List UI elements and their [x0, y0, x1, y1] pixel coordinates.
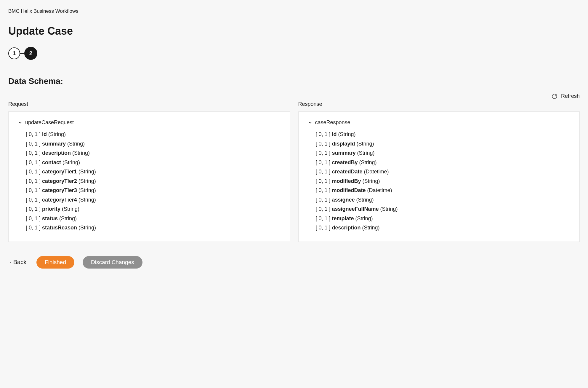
schema-field-row: [ 0, 1 ] assignee (String): [316, 195, 570, 205]
schema-field-row: [ 0, 1 ] categoryTier2 (String): [26, 177, 280, 186]
field-cardinality: [ 0, 1 ]: [26, 159, 42, 165]
field-cardinality: [ 0, 1 ]: [26, 141, 42, 147]
schema-field-row: [ 0, 1 ] categoryTier3 (String): [26, 186, 280, 195]
field-cardinality: [ 0, 1 ]: [316, 169, 332, 175]
field-type: (String): [356, 150, 375, 156]
request-root-toggle[interactable]: updateCaseRequest: [18, 119, 280, 126]
field-name: summary: [42, 141, 66, 147]
schema-field-row: [ 0, 1 ] priority (String): [26, 205, 280, 214]
field-name: assigneeFullName: [332, 206, 379, 212]
schema-field-row: [ 0, 1 ] status (String): [26, 214, 280, 223]
field-name: id: [332, 131, 337, 137]
request-root-name: updateCaseRequest: [25, 119, 74, 126]
schema-field-row: [ 0, 1 ] description (String): [316, 223, 570, 233]
field-name: description: [42, 150, 71, 156]
field-name: categoryTier2: [42, 178, 77, 184]
schema-field-row: [ 0, 1 ] contact (String): [26, 158, 280, 167]
request-fields-list: [ 0, 1 ] id (String)[ 0, 1 ] summary (St…: [18, 130, 280, 233]
field-cardinality: [ 0, 1 ]: [316, 187, 332, 193]
field-cardinality: [ 0, 1 ]: [316, 131, 332, 137]
schema-field-row: [ 0, 1 ] description (String): [26, 149, 280, 158]
field-name: status: [42, 215, 58, 221]
field-name: createdBy: [332, 159, 358, 165]
page-title: Update Case: [8, 25, 580, 37]
field-name: id: [42, 131, 47, 137]
field-name: createdDate: [332, 169, 363, 175]
field-name: contact: [42, 159, 61, 165]
field-name: statusReason: [42, 225, 77, 231]
field-type: (String): [355, 197, 374, 203]
schema-field-row: [ 0, 1 ] statusReason (String): [26, 223, 280, 233]
field-type: (String): [361, 225, 380, 231]
field-type: (String): [60, 206, 79, 212]
field-cardinality: [ 0, 1 ]: [316, 225, 332, 231]
field-name: modifiedBy: [332, 178, 361, 184]
field-cardinality: [ 0, 1 ]: [26, 215, 42, 221]
field-name: categoryTier1: [42, 169, 77, 175]
stepper-connector: [20, 53, 24, 54]
field-name: displayId: [332, 141, 355, 147]
schema-field-row: [ 0, 1 ] id (String): [26, 130, 280, 139]
schema-field-row: [ 0, 1 ] createdBy (String): [316, 158, 570, 167]
field-type: (String): [47, 131, 66, 137]
field-type: (String): [358, 159, 377, 165]
request-column: Request updateCaseRequest [ 0, 1 ] id (S…: [8, 101, 290, 242]
field-cardinality: [ 0, 1 ]: [316, 159, 332, 165]
discard-button[interactable]: Discard Changes: [83, 256, 142, 269]
field-type: (String): [58, 215, 77, 221]
field-type: (String): [66, 141, 85, 147]
field-type: (String): [77, 197, 96, 203]
field-cardinality: [ 0, 1 ]: [26, 206, 42, 212]
field-name: assignee: [332, 197, 355, 203]
field-cardinality: [ 0, 1 ]: [26, 131, 42, 137]
back-button[interactable]: ‹ Back: [8, 259, 28, 266]
field-type: (String): [71, 150, 90, 156]
schema-field-row: [ 0, 1 ] summary (String): [316, 149, 570, 158]
field-name: categoryTier3: [42, 187, 77, 193]
field-cardinality: [ 0, 1 ]: [316, 141, 332, 147]
schema-field-row: [ 0, 1 ] template (String): [316, 214, 570, 223]
refresh-button[interactable]: Refresh: [8, 93, 580, 99]
finished-button[interactable]: Finished: [36, 256, 74, 269]
field-type: (String): [337, 131, 356, 137]
field-type: (String): [77, 225, 96, 231]
field-cardinality: [ 0, 1 ]: [26, 197, 42, 203]
field-name: priority: [42, 206, 60, 212]
schema-field-row: [ 0, 1 ] assigneeFullName (String): [316, 205, 570, 214]
field-name: summary: [332, 150, 356, 156]
field-type: (String): [77, 178, 96, 184]
field-cardinality: [ 0, 1 ]: [316, 150, 332, 156]
response-column: Response caseResponse [ 0, 1 ] id (Strin…: [298, 101, 580, 242]
stepper-step-1[interactable]: 1: [8, 47, 20, 59]
stepper-step-2[interactable]: 2: [24, 47, 37, 60]
section-title: Data Schema:: [8, 76, 580, 86]
field-cardinality: [ 0, 1 ]: [26, 178, 42, 184]
chevron-down-icon: [308, 121, 312, 125]
schema-field-row: [ 0, 1 ] id (String): [316, 130, 570, 139]
response-heading: Response: [298, 101, 580, 107]
field-cardinality: [ 0, 1 ]: [26, 187, 42, 193]
request-heading: Request: [8, 101, 290, 107]
breadcrumb-link[interactable]: BMC Helix Business Workflows: [8, 8, 78, 14]
field-name: template: [332, 215, 354, 221]
field-cardinality: [ 0, 1 ]: [316, 178, 332, 184]
field-cardinality: [ 0, 1 ]: [316, 215, 332, 221]
schema-columns: Request updateCaseRequest [ 0, 1 ] id (S…: [8, 101, 580, 242]
field-type: (String): [77, 169, 96, 175]
schema-field-row: [ 0, 1 ] modifiedDate (Datetime): [316, 186, 570, 195]
back-label: Back: [13, 259, 26, 266]
schema-field-row: [ 0, 1 ] summary (String): [26, 139, 280, 149]
field-type: (String): [379, 206, 398, 212]
field-type: (String): [361, 178, 380, 184]
field-cardinality: [ 0, 1 ]: [26, 150, 42, 156]
field-name: categoryTier4: [42, 197, 77, 203]
response-root-toggle[interactable]: caseResponse: [308, 119, 570, 126]
schema-field-row: [ 0, 1 ] modifiedBy (String): [316, 177, 570, 186]
field-type: (String): [61, 159, 80, 165]
response-root-name: caseResponse: [315, 119, 350, 126]
schema-field-row: [ 0, 1 ] categoryTier4 (String): [26, 195, 280, 205]
chevron-down-icon: [18, 121, 22, 125]
field-cardinality: [ 0, 1 ]: [316, 197, 332, 203]
field-cardinality: [ 0, 1 ]: [26, 169, 42, 175]
field-type: (String): [77, 187, 96, 193]
